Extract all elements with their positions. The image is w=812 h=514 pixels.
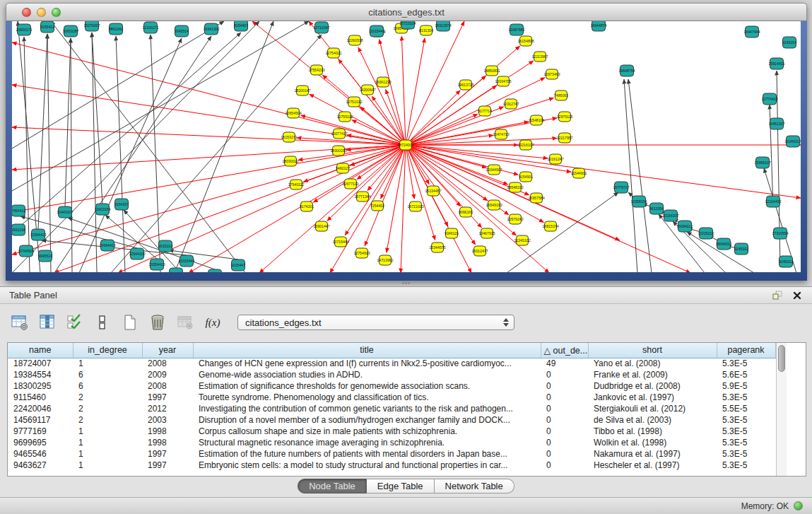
table-row[interactable]: 1830029562008Estimation of significance … — [8, 380, 775, 392]
table-cell[interactable]: 2003 — [142, 414, 193, 426]
graph-node[interactable]: 9245102 — [734, 243, 748, 255]
graph-edge[interactable] — [379, 40, 406, 145]
graph-node[interactable]: 17540112 — [288, 180, 305, 189]
zoom-window-button[interactable] — [52, 8, 61, 17]
graph-node[interactable]: 8131304 — [419, 25, 433, 35]
table-cell[interactable]: Yano et al. (2008) — [588, 358, 717, 369]
graph-node[interactable]: 9177714 — [478, 106, 492, 116]
graph-node[interactable]: 18046512 — [715, 238, 731, 250]
graph-node[interactable]: 14850831 — [483, 66, 500, 76]
close-window-button[interactable] — [22, 8, 31, 17]
table-row[interactable]: 946362711997Embryonic stem cells: a mode… — [8, 460, 775, 471]
graph-node[interactable]: 9215447 — [231, 259, 245, 271]
select-all-button[interactable] — [65, 313, 85, 332]
show-columns-button[interactable] — [37, 313, 57, 332]
graph-node[interactable]: 12003154 — [94, 204, 110, 215]
graph-node[interactable]: 15344575 — [429, 243, 445, 252]
graph-edge[interactable] — [297, 138, 406, 145]
column-header-name[interactable]: name — [8, 343, 73, 358]
table-cell[interactable]: Nakamura et al. (1997) — [588, 448, 717, 460]
graph-edge[interactable] — [298, 145, 406, 160]
graph-node[interactable]: 15276007 — [83, 21, 100, 31]
graph-node[interactable]: 10474713 — [493, 129, 509, 139]
table-row[interactable]: 969969511998Structural magnetic resonanc… — [8, 437, 775, 448]
graph-node[interactable]: 12755112 — [337, 112, 353, 122]
graph-node[interactable]: 19613725 — [457, 80, 473, 90]
table-cell[interactable]: 1998 — [142, 426, 193, 437]
table-cell[interactable]: Tibbo et al. (1998) — [588, 426, 717, 437]
graph-node[interactable]: 11544901 — [571, 168, 587, 178]
graph-node[interactable]: 22044907 — [486, 165, 502, 175]
table-cell[interactable]: 9699695 — [8, 437, 73, 448]
table-cell[interactable]: 0 — [541, 426, 588, 437]
graph-node[interactable]: 16957584 — [528, 193, 544, 203]
table-cell[interactable]: 22420046 — [8, 403, 73, 414]
delete-button[interactable] — [148, 313, 167, 332]
table-settings-button[interactable] — [10, 313, 30, 332]
graph-node[interactable]: 11554413 — [30, 229, 47, 240]
graph-node[interactable]: 16447944 — [743, 26, 760, 37]
graph-node[interactable]: 16721013 — [407, 201, 423, 211]
graph-node[interactable]: 10249317 — [784, 136, 801, 147]
graph-node[interactable]: 11548106 — [529, 115, 545, 125]
table-cell[interactable]: 5.9E-5 — [717, 380, 775, 392]
graph-node[interactable]: 9612054 — [649, 203, 664, 214]
table-cell[interactable]: 2 — [73, 403, 142, 414]
graph-edge[interactable] — [406, 78, 545, 145]
table-cell[interactable]: 1 — [73, 437, 142, 448]
graph-node[interactable]: 12677110 — [343, 179, 359, 189]
table-cell[interactable]: Corpus callosum shape and size in male p… — [193, 426, 541, 437]
table-cell[interactable]: 5.5E-5 — [717, 403, 775, 414]
graph-node[interactable]: 10973493 — [543, 69, 560, 79]
function-builder-button[interactable]: f(x) — [203, 313, 223, 332]
graph-node[interactable]: 16451327 — [768, 118, 784, 129]
table-cell[interactable]: 1 — [73, 448, 142, 460]
graph-node[interactable]: 12058154 — [630, 196, 647, 207]
graph-edge[interactable] — [151, 35, 160, 272]
graph-edge[interactable] — [401, 145, 406, 272]
graph-node[interactable]: 10154337 — [662, 210, 678, 221]
graph-edge[interactable] — [65, 38, 71, 206]
table-selector-dropdown[interactable]: citations_edges.txt — [237, 315, 514, 330]
graph-node[interactable]: 12260538 — [346, 35, 363, 45]
table-cell[interactable]: 2 — [73, 414, 142, 426]
graph-edge[interactable] — [628, 79, 652, 272]
graph-node[interactable]: 11015443 — [369, 25, 385, 37]
graph-edge[interactable] — [401, 36, 406, 145]
graph-edge[interactable] — [71, 38, 72, 272]
graph-node[interactable]: 10653287 — [62, 25, 78, 37]
table-cell[interactable]: 1 — [73, 460, 142, 471]
table-cell[interactable]: 5.3E-5 — [717, 414, 775, 426]
graph-node[interactable]: 10161247 — [547, 154, 563, 164]
graph-node[interactable]: 11543017 — [168, 268, 184, 272]
panel-splitter-handle[interactable] — [402, 282, 409, 285]
table-cell[interactable]: 2009 — [142, 369, 193, 380]
table-cell[interactable]: 1 — [73, 358, 142, 369]
table-cell[interactable]: Embryonic stem cells: a model to study s… — [193, 460, 541, 471]
table-cell[interactable]: 2008 — [142, 380, 193, 392]
graph-node[interactable]: 12654504 — [285, 108, 301, 118]
graph-node[interactable]: 20830171 — [16, 24, 32, 35]
graph-node[interactable]: 19648794 — [618, 65, 635, 76]
graph-node[interactable]: 16549193 — [486, 200, 502, 210]
graph-node[interactable]: 9193154 — [782, 37, 796, 48]
table-cell[interactable]: Structural magnetic resonance image aver… — [193, 437, 541, 448]
table-cell[interactable]: Franke et al. (2009) — [588, 369, 717, 380]
graph-node[interactable]: 12034705 — [495, 76, 511, 86]
table-cell[interactable]: Estimation of significance thresholds fo… — [193, 380, 541, 392]
table-cell[interactable]: 49 — [541, 358, 588, 369]
graph-node[interactable]: 7254402 — [370, 201, 384, 211]
table-row[interactable]: 1456911722003Disruption of a novel membe… — [8, 414, 775, 426]
network-canvas[interactable]: 1872400781313041995410511254419122605381… — [12, 21, 801, 272]
table-cell[interactable]: 1998 — [142, 437, 193, 448]
table-cell[interactable]: 6 — [73, 369, 142, 380]
graph-node[interactable]: 11015210 — [698, 228, 714, 239]
table-cell[interactable]: Wolkin et al. (1998) — [588, 437, 717, 448]
float-panel-icon[interactable] — [772, 291, 782, 300]
memory-ok-indicator[interactable] — [794, 501, 803, 510]
table-cell[interactable]: 9463627 — [8, 460, 73, 471]
table-cell[interactable]: de Silva et al. (2003) — [588, 414, 717, 426]
table-row[interactable]: 977716911998Corpus callosum shape and si… — [8, 426, 775, 437]
table-cell[interactable]: 0 — [541, 448, 588, 460]
graph-edge[interactable] — [54, 36, 211, 272]
